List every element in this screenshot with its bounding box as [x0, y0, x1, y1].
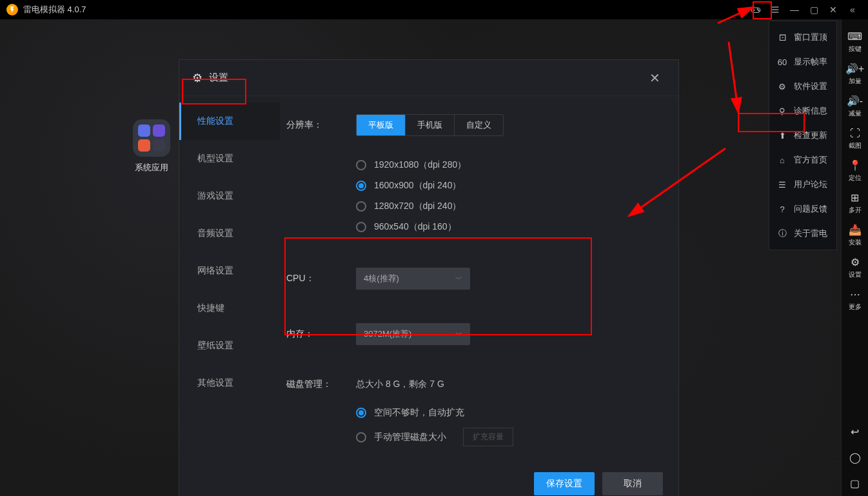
menu-pin-window[interactable]: ⚀窗口置顶 [769, 25, 836, 50]
select-memory[interactable]: 3072M(推荐) ﹀ [356, 323, 470, 345]
radio-icon [356, 201, 366, 212]
segment-resolution-mode: 平板版 手机版 自定义 [356, 114, 504, 136]
label-memory: 内存： [286, 328, 356, 340]
dialog-title: 设置 [209, 72, 644, 84]
settings-icon: ⚙ [851, 256, 860, 268]
close-icon[interactable]: ✕ [824, 1, 842, 19]
minimize-icon[interactable]: — [785, 1, 804, 19]
nav-back[interactable]: ↩ [842, 419, 869, 444]
desktop-app-label: 系统应用 [123, 162, 181, 174]
toolbar-keymap[interactable]: ⌨按键 [842, 26, 869, 58]
tab-game[interactable]: 游戏设置 [179, 177, 280, 215]
radio-disk-auto[interactable]: 空间不够时，自动扩充 [356, 407, 659, 419]
toolbar-install[interactable]: 📥安装 [842, 219, 869, 252]
emulator-screen: 6:24 系统应用 ⚀窗口置顶 60显示帧率 ⚙软件设置 ⚲诊断信息 ⬆检查更新… [0, 19, 868, 496]
tab-model[interactable]: 机型设置 [179, 140, 280, 177]
dialog-content: 分辨率： 平板版 手机版 自定义 1920x1080（dpi 280） 1600… [280, 96, 678, 464]
radio-icon [356, 222, 366, 232]
chevron-down-icon: ﹀ [455, 330, 462, 339]
menu-check-update[interactable]: ⬆检查更新 [769, 123, 836, 148]
radio-icon [356, 408, 366, 418]
menu-software-settings[interactable]: ⚙软件设置 [769, 74, 836, 99]
multi-icon: ⊞ [851, 192, 859, 204]
tab-network[interactable]: 网络设置 [179, 252, 280, 290]
tab-wallpaper[interactable]: 壁纸设置 [179, 327, 280, 364]
nav-home[interactable]: ◯ [842, 444, 869, 470]
menu-show-fps[interactable]: 60显示帧率 [769, 50, 836, 74]
help-icon: ? [777, 204, 787, 214]
volume-up-icon: 🔊+ [845, 63, 864, 75]
titlebar: 雷电模拟器 4.0.7 — ▢ ✕ « [0, 0, 868, 19]
back-icon: ↩ [851, 426, 859, 438]
tab-audio[interactable]: 音频设置 [179, 215, 280, 252]
expand-capacity-button[interactable]: 扩充容量 [463, 428, 513, 446]
nav-recent[interactable]: ▢ [842, 470, 869, 496]
info-icon: ⓘ [777, 228, 787, 239]
radio-icon [356, 432, 366, 442]
dialog-close-button[interactable]: ✕ [644, 68, 666, 88]
select-cpu[interactable]: 4核(推荐) ﹀ [356, 268, 470, 290]
seg-phone[interactable]: 手机版 [406, 115, 455, 135]
dialog-header: ⚙ 设置 ✕ [179, 60, 678, 96]
svg-point-4 [758, 10, 760, 12]
seg-custom[interactable]: 自定义 [455, 115, 503, 135]
label-disk: 磁盘管理： [286, 379, 356, 390]
diagnose-icon: ⚲ [777, 106, 787, 116]
gamepad-icon[interactable] [747, 1, 765, 19]
toolbar-screenshot[interactable]: ⛶截图 [842, 123, 869, 155]
screenshot-icon: ⛶ [850, 128, 860, 139]
collapse-sidebar-icon[interactable]: « [843, 1, 862, 19]
toolbar-more[interactable]: ⋯更多 [842, 284, 869, 316]
tab-other[interactable]: 其他设置 [179, 364, 280, 402]
keyboard-icon: ⌨ [847, 30, 862, 43]
update-icon: ⬆ [777, 131, 787, 141]
location-icon: 📍 [849, 159, 862, 172]
radio-res-1600[interactable]: 1600x900（dpi 240） [356, 180, 659, 192]
app-title: 雷电模拟器 4.0.7 [23, 4, 747, 15]
radio-icon [356, 181, 366, 191]
toolbar-volume-down[interactable]: 🔊-减量 [842, 90, 869, 123]
toolbar-volume-up[interactable]: 🔊+加量 [842, 58, 869, 90]
dialog-footer: 保存设置 取消 [534, 472, 663, 495]
maximize-icon[interactable]: ▢ [805, 1, 823, 19]
home-nav-icon: ◯ [849, 451, 861, 464]
radio-res-1280[interactable]: 1280x720（dpi 240） [356, 201, 659, 212]
settings-dialog: ⚙ 设置 ✕ 性能设置 机型设置 游戏设置 音频设置 网络设置 快捷键 壁纸设置… [179, 59, 679, 496]
gear-icon: ⚙ [192, 71, 202, 85]
svg-point-3 [757, 9, 758, 10]
forum-icon: ☰ [777, 180, 787, 190]
menu-about[interactable]: ⓘ关于雷电 [769, 221, 836, 246]
fps-icon: 60 [777, 57, 787, 67]
menu-feedback[interactable]: ?问题反馈 [769, 197, 836, 221]
save-button[interactable]: 保存设置 [534, 472, 595, 495]
install-icon: 📥 [849, 224, 862, 236]
desktop-app-system[interactable]: 系统应用 [123, 119, 181, 174]
dialog-sidebar: 性能设置 机型设置 游戏设置 音频设置 网络设置 快捷键 壁纸设置 其他设置 [179, 96, 280, 464]
side-toolbar: ⌨按键 🔊+加量 🔊-减量 ⛶截图 📍定位 ⊞多开 📥安装 ⚙设置 ⋯更多 ↩ … [841, 19, 868, 496]
tab-shortcut[interactable]: 快捷键 [179, 290, 280, 327]
radio-res-960[interactable]: 960x540（dpi 160） [356, 221, 659, 233]
cancel-button[interactable]: 取消 [602, 472, 663, 495]
volume-down-icon: 🔊- [847, 95, 863, 107]
chevron-down-icon: ﹀ [455, 274, 462, 284]
toolbar-location[interactable]: 📍定位 [842, 155, 869, 187]
tab-performance[interactable]: 性能设置 [179, 103, 280, 140]
seg-tablet[interactable]: 平板版 [357, 115, 406, 135]
system-apps-icon [133, 119, 170, 157]
radio-res-1920[interactable]: 1920x1080（dpi 280） [356, 159, 659, 171]
radio-icon [356, 160, 366, 170]
menu-forum[interactable]: ☰用户论坛 [769, 172, 836, 197]
toolbar-settings[interactable]: ⚙设置 [842, 252, 869, 284]
toolbar-multi[interactable]: ⊞多开 [842, 187, 869, 219]
recent-icon: ▢ [850, 477, 860, 490]
gear-icon: ⚙ [777, 82, 787, 92]
menu-diagnose[interactable]: ⚲诊断信息 [769, 99, 836, 123]
more-icon: ⋯ [850, 288, 860, 301]
app-logo-icon [6, 4, 18, 15]
main-menu-dropdown: ⚀窗口置顶 60显示帧率 ⚙软件设置 ⚲诊断信息 ⬆检查更新 ⌂官方首页 ☰用户… [769, 21, 837, 250]
menu-homepage[interactable]: ⌂官方首页 [769, 148, 836, 172]
menu-icon[interactable] [766, 1, 784, 19]
label-resolution: 分辨率： [286, 119, 356, 131]
radio-disk-manual[interactable]: 手动管理磁盘大小扩充容量 [356, 428, 659, 446]
disk-info-text: 总大小 8 G，剩余 7 G [356, 379, 444, 390]
